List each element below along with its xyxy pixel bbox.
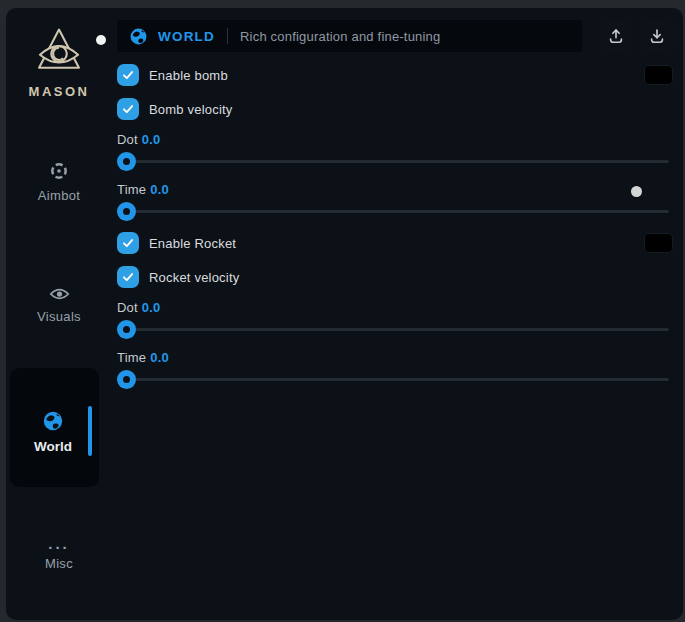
page-header: WORLD Rich configuration and fine-tuning bbox=[117, 20, 673, 52]
active-tab-indicator bbox=[88, 406, 92, 456]
slider-rocket-time[interactable] bbox=[117, 370, 673, 389]
sidebar-item-world[interactable]: World bbox=[6, 410, 100, 454]
cheat-menu-window: MASON Aimbot Visuals World bbox=[6, 8, 683, 620]
logo-text: MASON bbox=[6, 84, 112, 99]
sidebar-item-aimbot[interactable]: Aimbot bbox=[6, 161, 112, 203]
toggle-row-rocket-velocity: Rocket velocity bbox=[117, 266, 673, 288]
cursor-dot bbox=[631, 186, 642, 197]
slider-rocket-dot[interactable] bbox=[117, 320, 673, 339]
tab-header-strip: WORLD Rich configuration and fine-tuning bbox=[117, 20, 582, 52]
upload-icon bbox=[607, 27, 625, 45]
slider-track[interactable] bbox=[117, 210, 669, 213]
slider-bomb-dot[interactable] bbox=[117, 152, 673, 171]
slider-row-bomb-time: Time0.0 bbox=[117, 182, 673, 221]
sidebar-item-label: Aimbot bbox=[6, 188, 112, 203]
settings-rows: Enable bomb Bomb velocity Dot0.0 bbox=[117, 64, 673, 389]
download-config-button[interactable] bbox=[641, 20, 673, 52]
toggle-row-bomb-velocity: Bomb velocity bbox=[117, 98, 673, 120]
upload-config-button[interactable] bbox=[600, 20, 632, 52]
color-swatch-rocket[interactable] bbox=[644, 233, 673, 253]
sidebar: MASON Aimbot Visuals World bbox=[6, 8, 112, 620]
slider-label: Time0.0 bbox=[117, 350, 673, 365]
checkbox-enable-bomb[interactable] bbox=[117, 64, 139, 86]
slider-row-rocket-time: Time0.0 bbox=[117, 350, 673, 389]
page-title: WORLD bbox=[158, 29, 215, 44]
slider-bomb-time[interactable] bbox=[117, 202, 673, 221]
slider-track[interactable] bbox=[117, 378, 669, 381]
ellipsis-icon: ... bbox=[6, 535, 112, 552]
sidebar-item-label: World bbox=[34, 439, 72, 454]
mason-eye-triangle-icon bbox=[33, 26, 85, 80]
toggle-label: Enable Rocket bbox=[149, 236, 236, 251]
slider-track[interactable] bbox=[117, 328, 669, 331]
slider-name: Dot bbox=[117, 300, 138, 315]
slider-row-rocket-dot: Dot0.0 bbox=[117, 300, 673, 339]
sidebar-item-label: Misc bbox=[6, 556, 112, 571]
slider-label: Dot0.0 bbox=[117, 132, 673, 147]
check-icon bbox=[121, 270, 135, 284]
crosshair-icon bbox=[49, 161, 69, 181]
slider-knob[interactable] bbox=[117, 370, 136, 389]
check-icon bbox=[121, 102, 135, 116]
slider-row-bomb-dot: Dot0.0 bbox=[117, 132, 673, 171]
toggle-label: Bomb velocity bbox=[149, 102, 233, 117]
slider-track[interactable] bbox=[117, 160, 669, 163]
sidebar-item-visuals[interactable]: Visuals bbox=[6, 286, 112, 324]
slider-label: Dot0.0 bbox=[117, 300, 673, 315]
slider-name: Time bbox=[117, 182, 146, 197]
checkbox-rocket-velocity[interactable] bbox=[117, 266, 139, 288]
slider-knob[interactable] bbox=[117, 320, 136, 339]
check-icon bbox=[121, 236, 135, 250]
slider-value: 0.0 bbox=[150, 182, 169, 197]
globe-icon bbox=[129, 27, 148, 46]
toggle-row-enable-bomb: Enable bomb bbox=[117, 64, 673, 86]
slider-value: 0.0 bbox=[150, 350, 169, 365]
sidebar-item-world-active[interactable]: World bbox=[10, 368, 99, 487]
toggle-label: Enable bomb bbox=[149, 68, 228, 83]
slider-name: Time bbox=[117, 350, 146, 365]
checkbox-enable-rocket[interactable] bbox=[117, 232, 139, 254]
check-icon bbox=[121, 68, 135, 82]
divider bbox=[227, 28, 228, 44]
sidebar-item-label: Visuals bbox=[6, 309, 112, 324]
page-subtitle: Rich configuration and fine-tuning bbox=[240, 29, 440, 44]
checkbox-bomb-velocity[interactable] bbox=[117, 98, 139, 120]
main-content: WORLD Rich configuration and fine-tuning bbox=[117, 20, 673, 400]
slider-value: 0.0 bbox=[142, 132, 161, 147]
toggle-row-enable-rocket: Enable Rocket bbox=[117, 232, 673, 254]
sidebar-item-misc[interactable]: ... Misc bbox=[6, 535, 112, 571]
slider-value: 0.0 bbox=[142, 300, 161, 315]
slider-name: Dot bbox=[117, 132, 138, 147]
slider-label: Time0.0 bbox=[117, 182, 673, 197]
globe-icon bbox=[42, 410, 64, 432]
slider-knob[interactable] bbox=[117, 152, 136, 171]
eye-icon bbox=[49, 286, 70, 302]
color-swatch-bomb[interactable] bbox=[644, 65, 673, 85]
slider-knob[interactable] bbox=[117, 202, 136, 221]
download-icon bbox=[648, 27, 666, 45]
cursor-dot bbox=[96, 35, 106, 45]
toggle-label: Rocket velocity bbox=[149, 270, 239, 285]
